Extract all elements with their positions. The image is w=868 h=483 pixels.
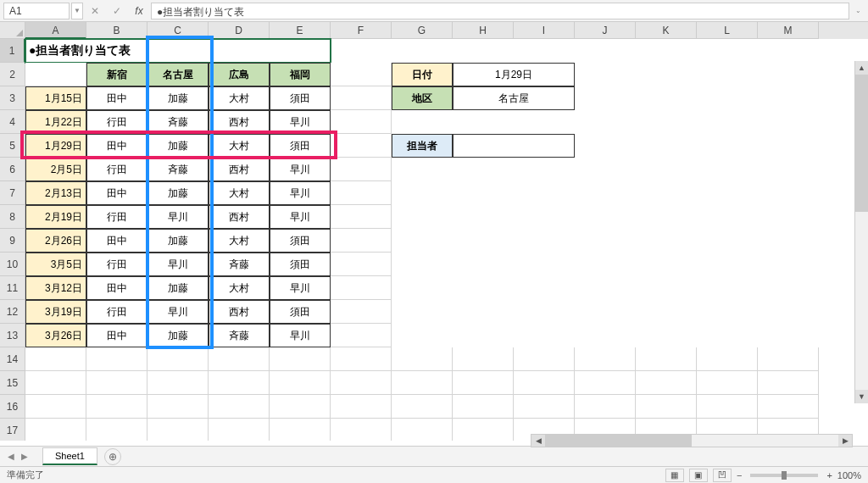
row-header-4[interactable]: 4 <box>0 110 25 134</box>
cell-D3[interactable]: 大村 <box>209 86 270 110</box>
col-header-L[interactable]: L <box>697 22 758 39</box>
cell-H5[interactable] <box>453 134 575 158</box>
cell-C7[interactable]: 加藤 <box>147 181 209 205</box>
cell-C4[interactable]: 斉藤 <box>147 110 209 134</box>
cell-C16[interactable] <box>147 395 209 419</box>
cell-C13[interactable]: 加藤 <box>147 324 209 347</box>
col-header-H[interactable]: H <box>453 22 514 39</box>
cell-K16[interactable] <box>636 395 697 419</box>
cell-H2[interactable]: 1月29日 <box>453 63 575 86</box>
cell-M14[interactable] <box>758 347 819 371</box>
cell-D9[interactable]: 大村 <box>209 229 270 253</box>
cell-B11[interactable]: 田中 <box>86 276 147 300</box>
cell-D15[interactable] <box>209 371 270 395</box>
tab-nav-next-icon[interactable]: ▶ <box>19 450 31 464</box>
zoom-level[interactable]: 100% <box>837 470 861 480</box>
cell-M15[interactable] <box>758 371 819 395</box>
cell-G2[interactable]: 日付 <box>392 63 453 86</box>
cell-A11[interactable]: 3月12日 <box>25 276 86 300</box>
row-header-2[interactable]: 2 <box>0 63 25 86</box>
cell-C11[interactable]: 加藤 <box>147 276 209 300</box>
row-header-5[interactable]: 5 <box>0 134 25 158</box>
name-box[interactable]: A1 <box>3 3 70 19</box>
cell-B17[interactable] <box>86 419 147 441</box>
cell-J16[interactable] <box>575 395 636 419</box>
cell-A17[interactable] <box>25 419 86 441</box>
cell-I16[interactable] <box>514 395 575 419</box>
name-box-dropdown[interactable]: ▼ <box>71 3 83 19</box>
cell-D5[interactable]: 大村 <box>209 134 270 158</box>
cell-D4[interactable]: 西村 <box>209 110 270 134</box>
cell-F17[interactable] <box>331 419 392 441</box>
add-sheet-button[interactable]: ⊕ <box>104 448 121 465</box>
cell-A16[interactable] <box>25 395 86 419</box>
cell-B8[interactable]: 行田 <box>86 205 147 229</box>
cell-B4[interactable]: 行田 <box>86 110 147 134</box>
cell-G16[interactable] <box>392 395 453 419</box>
cell-E6[interactable]: 早川 <box>270 158 331 181</box>
zoom-out-button[interactable]: − <box>737 470 742 480</box>
row-header-3[interactable]: 3 <box>0 86 25 110</box>
cell-F6[interactable] <box>331 158 392 181</box>
row-header-14[interactable]: 14 <box>0 347 25 371</box>
cell-D17[interactable] <box>209 419 270 441</box>
col-header-F[interactable]: F <box>331 22 392 39</box>
cell-F4[interactable] <box>331 110 392 134</box>
col-header-B[interactable]: B <box>86 22 147 39</box>
cell-F14[interactable] <box>331 347 392 371</box>
cell-E16[interactable] <box>270 395 331 419</box>
col-header-A[interactable]: A <box>25 22 86 39</box>
zoom-slider[interactable] <box>750 474 818 477</box>
cell-C2[interactable]: 名古屋 <box>147 63 209 86</box>
cell-B6[interactable]: 行田 <box>86 158 147 181</box>
row-header-15[interactable]: 15 <box>0 371 25 395</box>
cell-A2[interactable] <box>25 63 86 86</box>
cell-J14[interactable] <box>575 347 636 371</box>
cell-B2[interactable]: 新宿 <box>86 63 147 86</box>
cell-E2[interactable]: 福岡 <box>270 63 331 86</box>
cell-F11[interactable] <box>331 276 392 300</box>
col-header-E[interactable]: E <box>270 22 331 39</box>
cell-G17[interactable] <box>392 419 453 441</box>
row-header-7[interactable]: 7 <box>0 181 25 205</box>
cell-F13[interactable] <box>331 324 392 347</box>
row-header-9[interactable]: 9 <box>0 229 25 253</box>
cell-A10[interactable]: 3月5日 <box>25 253 86 276</box>
cell-E13[interactable]: 早川 <box>270 324 331 347</box>
cell-B7[interactable]: 田中 <box>86 181 147 205</box>
cell-H16[interactable] <box>453 395 514 419</box>
cell-E17[interactable] <box>270 419 331 441</box>
horizontal-scrollbar[interactable]: ◀ ▶ <box>531 434 853 447</box>
scroll-down-icon[interactable]: ▼ <box>855 390 868 403</box>
cell-C15[interactable] <box>147 371 209 395</box>
cell-J15[interactable] <box>575 371 636 395</box>
cell-H17[interactable] <box>453 419 514 441</box>
scroll-left-icon[interactable]: ◀ <box>531 435 545 447</box>
cell-C9[interactable]: 加藤 <box>147 229 209 253</box>
cell-F10[interactable] <box>331 253 392 276</box>
cell-B13[interactable]: 田中 <box>86 324 147 347</box>
cell-H14[interactable] <box>453 347 514 371</box>
cell-L15[interactable] <box>697 371 758 395</box>
cell-H15[interactable] <box>453 371 514 395</box>
col-header-G[interactable]: G <box>392 22 453 39</box>
cell-C6[interactable]: 斉藤 <box>147 158 209 181</box>
cell-B15[interactable] <box>86 371 147 395</box>
cell-D12[interactable]: 西村 <box>209 300 270 324</box>
cell-D6[interactable]: 西村 <box>209 158 270 181</box>
cell-D16[interactable] <box>209 395 270 419</box>
cell-E9[interactable]: 須田 <box>270 229 331 253</box>
cell-A1[interactable]: ●担当者割り当て表 <box>25 39 331 63</box>
cell-C3[interactable]: 加藤 <box>147 86 209 110</box>
cell-B14[interactable] <box>86 347 147 371</box>
row-header-1[interactable]: 1 <box>0 39 25 63</box>
tab-nav-prev-icon[interactable]: ◀ <box>5 450 17 464</box>
col-header-C[interactable]: C <box>147 22 209 39</box>
fx-icon[interactable]: fx <box>129 3 149 19</box>
cell-G3[interactable]: 地区 <box>392 86 453 110</box>
cell-F2[interactable] <box>331 63 392 86</box>
sheet-tab-1[interactable]: Sheet1 <box>42 447 97 465</box>
cell-K15[interactable] <box>636 371 697 395</box>
cell-M16[interactable] <box>758 395 819 419</box>
col-header-I[interactable]: I <box>514 22 575 39</box>
